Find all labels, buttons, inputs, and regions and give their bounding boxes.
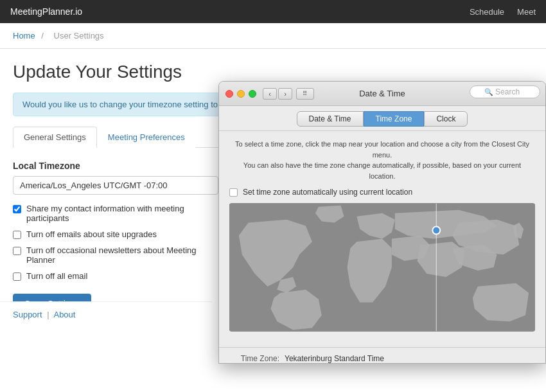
footer: Support | About: [0, 301, 212, 327]
tab-meeting-preferences[interactable]: Meeting Preferences: [97, 127, 196, 148]
mac-minimize-button[interactable]: [237, 90, 245, 98]
mac-body: To select a time zone, click the map nea…: [219, 131, 545, 347]
mac-window-title: Date & Time: [359, 89, 405, 98]
tab-general-settings[interactable]: General Settings: [13, 127, 97, 148]
app-wrapper: MeetingPlanner.io Schedule Meet Home / U…: [0, 0, 546, 392]
mac-tab-timezone[interactable]: Time Zone: [364, 111, 425, 127]
breadcrumb-separator: /: [41, 31, 44, 40]
content-area: Update Your Settings Would you like us t…: [0, 49, 546, 392]
nav-schedule[interactable]: Schedule: [470, 7, 504, 17]
settings-form: Local Timezone Share my contact informat…: [13, 161, 218, 314]
nav-links: Schedule Meet: [470, 7, 536, 17]
mac-grid-button[interactable]: ⠿: [296, 88, 314, 100]
page-title: Update Your Settings: [13, 62, 533, 82]
svg-point-2: [432, 227, 440, 235]
mac-close-button[interactable]: [225, 90, 233, 98]
checkbox-label-4: Turn off all email: [26, 271, 87, 281]
mac-timezone-label: Time Zone:: [228, 354, 279, 363]
breadcrumb-home[interactable]: Home: [13, 31, 35, 40]
nav-meet[interactable]: Meet: [517, 7, 536, 17]
checkbox-row-3: Turn off occasional newsletters about Me…: [13, 245, 218, 265]
checkbox-label-3: Turn off occasional newsletters about Me…: [26, 245, 218, 265]
mac-window: ‹ › ⠿ Date & Time 🔍 Search Date & Time T…: [218, 81, 546, 364]
mac-auto-checkbox[interactable]: [229, 188, 238, 197]
mac-search-box[interactable]: 🔍 Search: [470, 85, 540, 98]
mac-tab-datetime[interactable]: Date & Time: [297, 111, 364, 127]
timezone-label: Local Timezone: [13, 161, 218, 171]
checkbox-no-upgrade-emails[interactable]: [13, 231, 21, 239]
mac-tab-clock[interactable]: Clock: [424, 111, 468, 127]
mac-back-button[interactable]: ‹: [263, 88, 277, 100]
breadcrumb-current: User Settings: [54, 31, 104, 40]
world-map[interactable]: [229, 203, 535, 332]
mac-bottom-info: Time Zone: Yekaterinburg Standard Time C…: [219, 347, 545, 364]
footer-separator: |: [47, 310, 49, 319]
world-map-svg: [229, 203, 535, 332]
mac-window-controls: [225, 90, 256, 98]
timezone-input[interactable]: [13, 176, 218, 195]
mac-auto-label: Set time zone automatically using curren…: [243, 188, 412, 197]
checkbox-row-2: Turn off emails about site upgrades: [13, 229, 218, 239]
mac-tab-bar: Date & Time Time Zone Clock: [219, 106, 545, 131]
footer-about[interactable]: About: [53, 310, 75, 319]
top-nav: MeetingPlanner.io Schedule Meet: [0, 0, 546, 23]
checkbox-row-1: Share my contact information with meetin…: [13, 204, 218, 223]
checkbox-label-2: Turn off emails about site upgrades: [26, 229, 157, 239]
mac-auto-timezone-row: Set time zone automatically using curren…: [229, 188, 535, 197]
mac-description: To select a time zone, click the map nea…: [229, 139, 535, 181]
footer-support[interactable]: Support: [13, 310, 42, 319]
breadcrumb: Home / User Settings: [0, 23, 546, 49]
brand-logo: MeetingPlanner.io: [10, 6, 82, 17]
mac-nav-buttons: ‹ ›: [263, 88, 292, 100]
checkbox-row-4: Turn off all email: [13, 271, 218, 281]
mac-forward-button[interactable]: ›: [278, 88, 292, 100]
mac-timezone-row: Time Zone: Yekaterinburg Standard Time: [228, 354, 536, 363]
checkbox-no-newsletters[interactable]: [13, 247, 21, 255]
mac-maximize-button[interactable]: [249, 90, 256, 98]
checkbox-label-1: Share my contact information with meetin…: [26, 204, 218, 223]
mac-titlebar: ‹ › ⠿ Date & Time 🔍 Search: [219, 82, 545, 106]
mac-timezone-value: Yekaterinburg Standard Time: [285, 354, 384, 363]
checkbox-no-email[interactable]: [13, 272, 21, 281]
checkbox-share-contact[interactable]: [13, 205, 21, 213]
